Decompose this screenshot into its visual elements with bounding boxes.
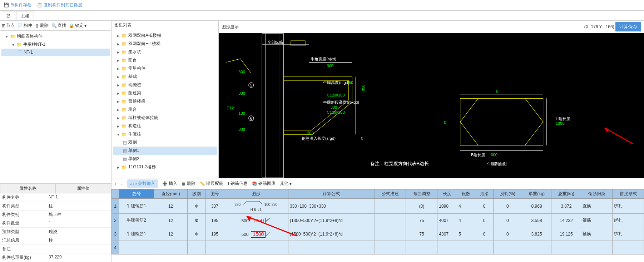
svg-text:C12: C12 [227, 106, 234, 110]
drawing-canvas[interactable]: 全部纵筋: 牛角宽度(njkd) 300 牛腿高度(ntgd) 550 牛腿斜段… [219, 33, 644, 178]
prop-name: 备注 [0, 245, 46, 253]
atlas-item[interactable]: ▸📁阳台 [113, 56, 217, 64]
col-header[interactable]: 图号 [206, 189, 224, 199]
atlas-item[interactable]: ▸📁承台 [113, 105, 217, 114]
svg-text:牛腿剖面图: 牛腿剖面图 [487, 162, 507, 166]
rebar-table-toolbar: ↑ ↓ a↕e 参数输入 ➕ 插入 🗑 删除 📏 缩尺配筋 ℹ 钢筋信息 📚 钢… [112, 178, 644, 189]
prop-value[interactable]: 现浇 [46, 228, 111, 236]
tab-civil[interactable]: 土建 [16, 11, 34, 20]
rebar-lib-btn[interactable]: 📚 钢筋图库 [252, 181, 276, 187]
atlas-item[interactable]: ▸📁现浇桩 [113, 81, 217, 89]
move-up-btn[interactable]: ↑ [114, 181, 117, 186]
prop-name: 预制类型 [0, 228, 46, 236]
prop-name: 构件数量 [0, 219, 46, 227]
svg-text:H边长度: H边长度 [556, 117, 570, 121]
prop-value[interactable]: 柱 [46, 236, 111, 244]
move-down-btn[interactable]: ↓ [121, 181, 123, 186]
col-header[interactable]: 单重(kg) [522, 189, 551, 199]
col-header[interactable]: 筋号 [119, 189, 154, 199]
atlas-item[interactable]: ▸📁基础 [113, 73, 217, 81]
svg-text:5: 5 [250, 83, 252, 87]
prop-value[interactable]: 柱 [46, 202, 111, 210]
copy-component-btn[interactable]: 📋 复制构件到其它楼层 [37, 2, 82, 8]
svg-text:858: 858 [361, 85, 365, 91]
delete-btn[interactable]: 🗑 删除 [35, 23, 49, 29]
save-component-btn[interactable]: 💾 单构件存盘 [4, 2, 31, 8]
tab-rebar[interactable]: 筋 [2, 11, 15, 20]
svg-text:6: 6 [250, 116, 252, 120]
table-row[interactable]: 1牛腿钢筋112Φ307 330 100 330H B L1330+100+33… [112, 199, 644, 214]
prop-value[interactable]: 1 [46, 219, 111, 227]
atlas-child[interactable]: ▤单侧2 [113, 155, 217, 163]
atlas-item[interactable]: ▸📁墙柱或砌体拉筋 [113, 114, 217, 122]
svg-text:备注：柱宽度方向代表B边长: 备注：柱宽度方向代表B边长 [370, 161, 429, 166]
delete-row-btn[interactable]: 🗑 删除 [182, 181, 195, 187]
svg-text:1300: 1300 [556, 121, 565, 125]
col-header[interactable]: 损耗(%) [494, 189, 522, 199]
tree-nt-leaf[interactable]: +NT-1 [1, 49, 110, 56]
svg-rect-5 [291, 41, 305, 46]
tree-root[interactable]: ▾📁钢筋表格构件 [1, 32, 110, 40]
col-header[interactable]: 搭接形式 [613, 189, 644, 199]
atlas-item[interactable]: ▸📁构造柱 [113, 122, 217, 130]
col-header[interactable]: 钢筋归类 [581, 189, 613, 199]
atlas-child[interactable]: ▤双侧 [113, 138, 217, 147]
table-row[interactable]: 2牛腿箍筋212Φ195 500 1350(1350+500)*2+(11.9*… [112, 214, 644, 227]
col-header[interactable]: 总重(kg) [551, 189, 581, 199]
prop-value[interactable] [46, 245, 111, 253]
atlas-item[interactable]: ▸📁零星构件 [113, 64, 217, 73]
graphics-title: 图形显示 [222, 24, 239, 30]
svg-text:330: 330 [238, 91, 245, 95]
svg-text:550: 550 [347, 80, 353, 85]
atlas-tree: ▸📁双网双向A-E楼梯▸📁双网双向F-L楼梯▸📁集水坑▸📁阳台▸📁零星构件▸📁基… [112, 30, 218, 178]
rebar-info-btn[interactable]: ℹ 钢筋信息 [228, 181, 248, 187]
svg-text:B边长度: B边长度 [471, 153, 485, 157]
atlas-item[interactable]: ▸📁11G101-2楼梯 [113, 163, 217, 171]
col-header[interactable]: 级别 [188, 189, 206, 199]
col-header[interactable]: 根数 [457, 189, 475, 199]
col-header[interactable]: 公式描述 [375, 189, 406, 199]
col-header[interactable]: 计算公式 [288, 189, 375, 199]
col-header[interactable]: 图形 [224, 189, 288, 199]
col-header[interactable]: 搭接 [475, 189, 494, 199]
other-btn[interactable]: 其他 ▾ [280, 181, 292, 187]
col-header[interactable]: 弯曲调整 [406, 189, 437, 199]
atlas-child[interactable]: ▤单侧1 [113, 147, 217, 155]
atlas-item[interactable]: ▸📁双网双向A-E楼梯 [113, 31, 217, 40]
atlas-item[interactable]: ▸📁普通楼梯 [113, 97, 217, 105]
table-row[interactable]: 4 [112, 241, 644, 254]
properties-panel: 属性名称 属性值 构件名称NT-1构件类型柱构件类别墙上柱构件数量1预制类型现浇… [0, 183, 111, 262]
atlas-item[interactable]: ▸📁双网双向F-L楼梯 [113, 40, 217, 48]
table-row[interactable]: 3牛腿箍筋112Φ195 500 1500(1500+500)*2+(11.9*… [112, 227, 644, 241]
svg-text:300: 300 [331, 105, 337, 109]
insert-btn[interactable]: ➕ 插入 [162, 181, 177, 187]
discipline-tabs: 筋 土建 [0, 11, 644, 21]
svg-text:300: 300 [327, 64, 333, 68]
lock-btn[interactable]: 🔒 锁定 ▾ [69, 23, 86, 29]
atlas-niutui[interactable]: ▾📁牛腿柱 [113, 130, 217, 138]
prop-header-value: 属性值 [56, 184, 112, 193]
svg-text:0: 0 [361, 136, 363, 140]
svg-text:330: 330 [238, 127, 245, 132]
atlas-item[interactable]: ▸📁集水坑 [113, 48, 217, 56]
param-input-btn[interactable]: a↕e 参数输入 [127, 179, 158, 188]
calc-save-btn[interactable]: 计算保存 [615, 22, 641, 31]
scale-btn[interactable]: 📏 缩尺配筋 [200, 181, 223, 187]
col-header[interactable]: 直径(mm) [154, 189, 188, 199]
svg-text:200: 200 [307, 131, 313, 135]
rebar-table[interactable]: 筋号直径(mm)级别图号图形计算公式公式描述弯曲调整长度根数搭接损耗(%)单重(… [112, 189, 644, 254]
prop-value[interactable]: 37.229 [46, 253, 111, 262]
component-tree: ▾📁钢筋表格构件 ▾📁牛腿柱NT-1 +NT-1 [0, 31, 111, 183]
prop-name: 构件名称 [0, 193, 46, 202]
search-btn[interactable]: 🔍 查找 [51, 23, 66, 29]
svg-text:100: 100 [238, 111, 245, 115]
prop-name: 构件总重量(kg) [0, 253, 46, 262]
col-header[interactable]: 长度 [437, 189, 457, 199]
tree-nt-folder[interactable]: ▾📁牛腿柱NT-1 [1, 40, 110, 49]
prop-value[interactable]: 墙上柱 [46, 211, 111, 219]
component-btn[interactable]: 📄 构件 [18, 23, 32, 29]
node-btn[interactable]: ⊞ 节点 [2, 23, 15, 29]
prop-value[interactable]: NT-1 [46, 193, 111, 202]
prop-name: 汇总信息 [0, 236, 46, 244]
atlas-item[interactable]: ▸📁圈过梁 [113, 89, 217, 97]
